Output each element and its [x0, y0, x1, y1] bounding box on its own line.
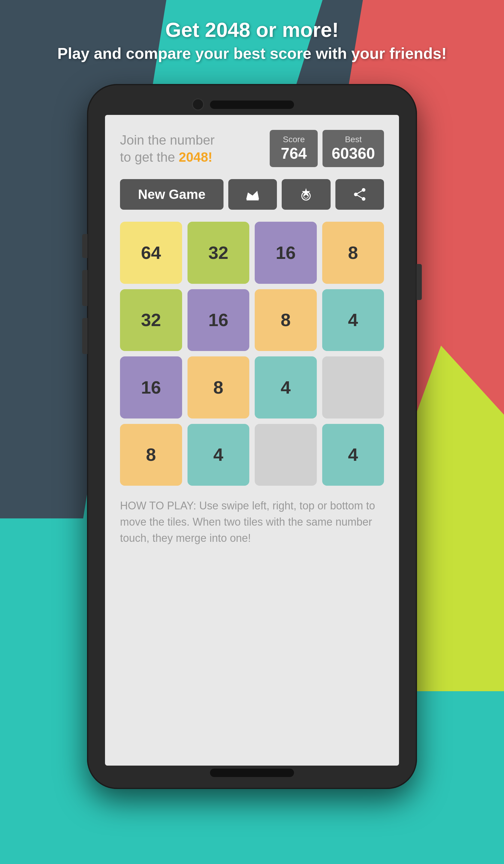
- share-icon: [353, 188, 367, 201]
- svg-line-8: [356, 190, 363, 194]
- phone-wrapper: Join the number to get the 2048! Score 7…: [87, 84, 417, 789]
- tile-2-3: [322, 357, 384, 419]
- tile-3-1: 4: [188, 424, 250, 486]
- tile-1-0: 32: [120, 289, 182, 351]
- tile-0-0: 64: [120, 222, 182, 284]
- buttons-row: New Game: [120, 179, 384, 210]
- tile-0-2: 16: [255, 222, 317, 284]
- instructions: HOW TO PLAY: Use swipe left, right, top …: [120, 498, 384, 546]
- phone-power-button: [416, 264, 422, 300]
- tile-2-2: 4: [255, 357, 317, 419]
- crown-icon: [245, 189, 260, 200]
- header-line2: Play and compare your best score with yo…: [18, 45, 486, 62]
- best-label: Best: [332, 135, 375, 144]
- target-number: 2048!: [179, 150, 213, 165]
- svg-rect-1: [247, 199, 259, 200]
- join-text: Join the number to get the 2048!: [120, 131, 215, 166]
- crown-button[interactable]: [228, 179, 277, 210]
- score-box: Score 764: [270, 130, 318, 167]
- phone-volume-down-button: [82, 270, 88, 306]
- tile-3-0: 8: [120, 424, 182, 486]
- score-header: Join the number to get the 2048! Score 7…: [120, 130, 384, 167]
- score-label: Score: [279, 135, 309, 144]
- best-value: 60360: [332, 144, 375, 162]
- phone-silent-button: [82, 318, 88, 354]
- score-boxes: Score 764 Best 60360: [270, 130, 384, 167]
- game-grid: 64321683216841684844: [120, 222, 384, 486]
- tile-0-1: 32: [188, 222, 250, 284]
- phone-volume-up-button: [82, 234, 88, 258]
- tile-2-0: 16: [120, 357, 182, 419]
- achievement-button[interactable]: [282, 179, 330, 210]
- tile-3-2: [255, 424, 317, 486]
- phone-camera: [192, 98, 204, 110]
- share-button[interactable]: [335, 179, 384, 210]
- svg-marker-0: [247, 191, 259, 199]
- new-game-button[interactable]: New Game: [120, 179, 224, 210]
- tile-1-3: 4: [322, 289, 384, 351]
- phone-device: Join the number to get the 2048! Score 7…: [87, 84, 417, 789]
- phone-speaker-top: [210, 100, 294, 109]
- tile-1-2: 8: [255, 289, 317, 351]
- score-value: 764: [279, 144, 309, 162]
- header-line1: Get 2048 or more!: [18, 18, 486, 41]
- tile-1-1: 16: [188, 289, 250, 351]
- phone-screen: Join the number to get the 2048! Score 7…: [105, 115, 399, 766]
- phone-speaker-bottom: [210, 769, 294, 777]
- tile-2-1: 8: [188, 357, 250, 419]
- header: Get 2048 or more! Play and compare your …: [0, 18, 504, 62]
- best-box: Best 60360: [323, 130, 384, 167]
- tile-3-3: 4: [322, 424, 384, 486]
- svg-line-9: [356, 194, 363, 199]
- tile-0-3: 8: [322, 222, 384, 284]
- medal-icon: [299, 188, 313, 201]
